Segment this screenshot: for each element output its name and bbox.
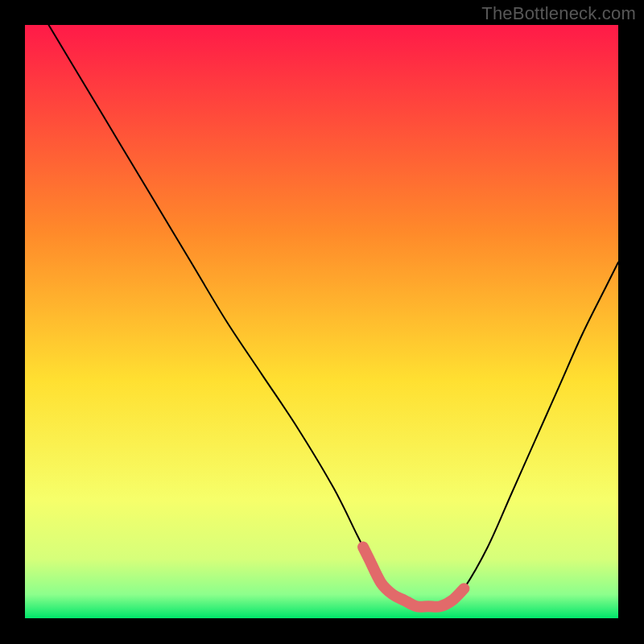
heat-background	[25, 25, 618, 618]
bottleneck-plot	[25, 25, 618, 618]
plot-frame	[25, 25, 618, 618]
chart-stage: TheBottleneck.com	[0, 0, 644, 644]
watermark-label: TheBottleneck.com	[481, 3, 636, 24]
